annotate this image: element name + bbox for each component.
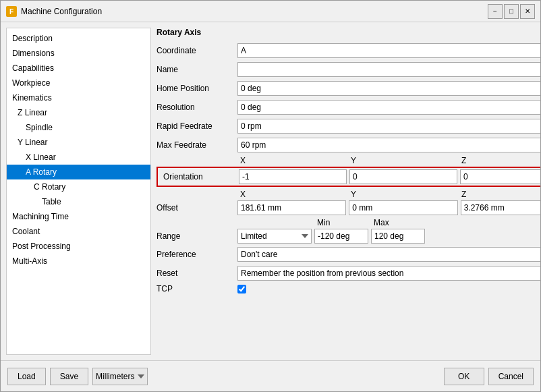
app-icon: F	[6, 6, 17, 17]
orientation-x-input[interactable]	[239, 169, 347, 184]
dialog-title: Machine Configuration	[21, 7, 102, 16]
home-position-label: Home Position	[156, 84, 237, 93]
maximize-button[interactable]: □	[504, 4, 519, 19]
orientation-row: Orientation	[156, 167, 540, 187]
close-button[interactable]: ✕	[520, 4, 535, 19]
tree-item-multi-axis[interactable]: Multi-Axis	[7, 254, 150, 269]
tree-item-dimensions[interactable]: Dimensions	[7, 46, 150, 61]
offset-z-input[interactable]	[461, 200, 540, 215]
machine-configuration-dialog: F Machine Configuration − □ ✕ Descriptio…	[0, 0, 541, 392]
tree-item-machining-time[interactable]: Machining Time	[7, 209, 150, 224]
range-row: Range Limited	[156, 229, 540, 244]
tcp-label: TCP	[156, 284, 237, 293]
name-row: Name	[156, 61, 540, 78]
ok-button[interactable]: OK	[444, 368, 484, 385]
range-max-header: Max	[371, 218, 425, 227]
title-bar-left: F Machine Configuration	[6, 6, 102, 17]
orientation-y-input[interactable]	[349, 169, 457, 184]
name-input[interactable]	[237, 62, 540, 77]
offset-label: Offset	[156, 203, 237, 213]
svg-text:F: F	[9, 8, 13, 16]
xyz-header: X Y Z	[156, 156, 540, 165]
units-select[interactable]: Millimeters Inches	[92, 368, 148, 385]
offset-inputs	[237, 200, 540, 215]
tree-panel: Description Dimensions Capabilities Work…	[6, 28, 151, 355]
right-panel: Rotary Axis Coordinate A Name Home Posit…	[156, 28, 540, 355]
offset-y-input[interactable]	[349, 200, 457, 215]
load-button[interactable]: Load	[7, 368, 46, 385]
tcp-checkbox[interactable]	[237, 285, 246, 293]
preference-row: Preference Don't care	[156, 246, 540, 262]
tree-item-spindle[interactable]: Spindle	[7, 120, 150, 135]
preference-label: Preference	[156, 250, 237, 259]
tcp-row: TCP	[156, 284, 540, 293]
max-feedrate-row: Max Feedrate	[156, 137, 540, 153]
reset-label: Reset	[156, 269, 237, 278]
resolution-label: Resolution	[156, 103, 237, 112]
title-bar: F Machine Configuration − □ ✕	[1, 1, 540, 22]
offset-y-header: Y	[348, 190, 459, 199]
z-header: Z	[459, 156, 540, 165]
tree-item-c-rotary[interactable]: C Rotary	[7, 179, 150, 194]
home-position-input[interactable]	[237, 81, 540, 96]
tree-item-z-linear[interactable]: Z Linear	[7, 105, 150, 120]
tree-item-capabilities[interactable]: Capabilities	[7, 61, 150, 76]
range-min-header: Min	[314, 218, 368, 227]
resolution-row: Resolution	[156, 99, 540, 115]
save-button[interactable]: Save	[50, 368, 88, 385]
rapid-feedrate-input[interactable]	[237, 119, 540, 134]
tree-item-post-processing[interactable]: Post Processing	[7, 239, 150, 254]
range-label: Range	[156, 231, 237, 241]
tree-item-coolant[interactable]: Coolant	[7, 224, 150, 239]
bottom-bar: Load Save Millimeters Inches OK Cancel	[1, 360, 540, 391]
home-position-row: Home Position	[156, 80, 540, 96]
coordinate-row: Coordinate A	[156, 43, 540, 59]
coordinate-select[interactable]: A	[237, 43, 540, 58]
preference-select[interactable]: Don't care	[237, 247, 540, 262]
offset-x-input[interactable]	[237, 200, 346, 215]
range-type-select[interactable]: Limited	[237, 229, 312, 244]
x-header: X	[237, 156, 348, 165]
offset-z-header: Z	[459, 190, 540, 199]
orientation-inputs	[239, 169, 540, 184]
max-feedrate-input[interactable]	[237, 138, 540, 152]
tree-item-kinematics[interactable]: Kinematics	[7, 90, 150, 105]
name-label: Name	[156, 65, 237, 74]
tree-item-description[interactable]: Description	[7, 31, 150, 46]
offset-xyz-header: X Y Z	[156, 190, 540, 199]
range-max-input[interactable]	[371, 229, 425, 244]
range-header: Min Max	[156, 218, 540, 227]
minimize-button[interactable]: −	[488, 4, 503, 19]
reset-select[interactable]: Remember the position from previous sect…	[237, 266, 540, 281]
rapid-feedrate-row: Rapid Feedrate	[156, 118, 540, 134]
range-content: Limited	[237, 229, 540, 244]
bottom-left: Load Save Millimeters Inches	[7, 368, 148, 385]
offset-x-header: X	[237, 190, 348, 199]
max-feedrate-label: Max Feedrate	[156, 140, 237, 150]
coordinate-label: Coordinate	[156, 46, 237, 55]
title-controls: − □ ✕	[488, 4, 535, 19]
rapid-feedrate-label: Rapid Feedrate	[156, 121, 237, 131]
tree-item-y-linear[interactable]: Y Linear	[7, 135, 150, 150]
cancel-button[interactable]: Cancel	[488, 368, 534, 385]
y-header: Y	[348, 156, 459, 165]
orientation-label: Orientation	[158, 172, 239, 181]
reset-row: Reset Remember the position from previou…	[156, 265, 540, 281]
tree-item-x-linear[interactable]: X Linear	[7, 150, 150, 165]
offset-row: Offset	[156, 200, 540, 215]
section-title: Rotary Axis	[156, 28, 540, 37]
tree-item-workpiece[interactable]: Workpiece	[7, 76, 150, 90]
resolution-input[interactable]	[237, 100, 540, 115]
orientation-z-input[interactable]	[460, 169, 540, 184]
main-content: Description Dimensions Capabilities Work…	[1, 22, 540, 360]
bottom-right: OK Cancel	[444, 368, 534, 385]
tree-item-a-rotary[interactable]: A Rotary	[7, 165, 150, 179]
tree-item-table[interactable]: Table	[7, 194, 150, 209]
range-min-input[interactable]	[314, 229, 368, 244]
